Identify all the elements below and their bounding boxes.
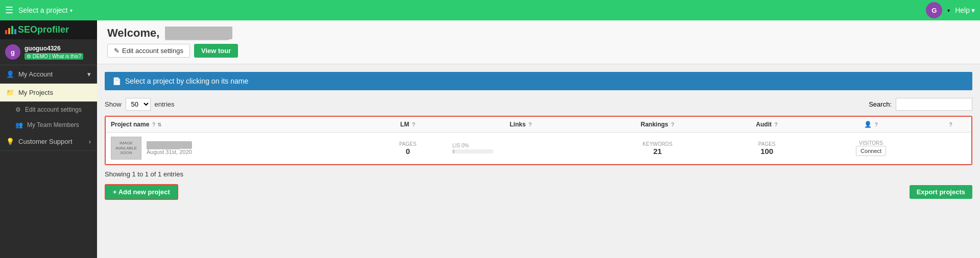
project-name-header: Project name <box>111 121 149 128</box>
sidebar-item-team-members[interactable]: 👥 My Team Members <box>0 117 97 133</box>
add-new-project-button[interactable]: + Add new project <box>105 184 178 200</box>
project-name-date: ███████ August 31st, 2020 <box>147 141 192 155</box>
user-chevron-icon[interactable]: ▾ <box>947 8 950 13</box>
th-misc[interactable]: ? <box>929 117 971 133</box>
td-visitors: VISITORS Connect <box>813 133 929 164</box>
rankings-help-icon[interactable]: ? <box>671 121 675 127</box>
bottom-actions: + Add new project Export projects <box>105 184 972 200</box>
project-name-help-icon[interactable]: ? <box>152 121 156 127</box>
edit-icon: ✎ <box>114 47 119 55</box>
project-date: August 31st, 2020 <box>147 149 192 155</box>
brand-bar-2 <box>8 28 10 34</box>
sidebar-item-my-account[interactable]: 👤 My Account ▾ <box>0 65 97 84</box>
search-label: Search: <box>869 100 892 108</box>
td-links: LIS 0% <box>447 133 594 164</box>
th-visitors[interactable]: 👤 ? <box>813 117 929 133</box>
table-header-row: Project name ? ⇅ LM ? Links ? <box>106 117 971 133</box>
top-nav: ☰ Select a project ▾ G ▾ Help ▾ <box>0 0 980 20</box>
content-header: Welcome, ████████! ✎ Edit account settin… <box>97 20 980 64</box>
links-header: Links <box>510 121 525 128</box>
th-rankings[interactable]: Rankings ? <box>594 117 721 133</box>
username-blurred: ████████! <box>165 27 232 39</box>
visitors-label: VISITORS <box>818 140 924 146</box>
help-chevron-icon: ▾ <box>971 6 975 14</box>
brand-profiler: profiler <box>37 24 69 35</box>
support-icon: 💡 <box>6 138 14 145</box>
welcome-title: Welcome, ████████! <box>107 27 970 40</box>
project-name-value[interactable]: ███████ <box>147 141 192 149</box>
brand-seo: SEO <box>18 24 37 35</box>
lis-bar-fill <box>452 149 455 153</box>
brand-bar-4 <box>14 29 16 34</box>
view-tour-button[interactable]: View tour <box>194 44 238 58</box>
user-avatar-top[interactable]: G <box>926 2 942 18</box>
th-lm[interactable]: LM ? <box>368 117 447 133</box>
project-select-dropdown[interactable]: Select a project ▾ <box>18 6 73 14</box>
table-controls: Show 50 25 10 entries Search: <box>105 98 972 111</box>
sidebar: SEOprofiler g guoguo4326 ⚙ DEMO | What i… <box>0 20 97 258</box>
help-label: Help <box>955 6 970 14</box>
sort-icon[interactable]: ⇅ <box>157 122 161 127</box>
brand-bar-1 <box>5 30 7 34</box>
lm-header: LM <box>400 121 409 128</box>
top-nav-left: ☰ Select a project ▾ <box>5 5 73 16</box>
sidebar-item-support-left: 💡 Customer Support <box>6 138 73 145</box>
demo-badge[interactable]: ⚙ DEMO | What is this? <box>25 53 83 60</box>
brand-text: SEOprofiler <box>18 24 69 35</box>
sidebar-brand: SEOprofiler <box>0 20 97 39</box>
lm-pages-value: 0 <box>373 147 442 156</box>
edit-settings-label: Edit account settings <box>122 47 183 55</box>
th-project-name[interactable]: Project name ? ⇅ <box>106 117 368 133</box>
lis-bar-bg <box>452 149 493 153</box>
main-layout: SEOprofiler g guoguo4326 ⚙ DEMO | What i… <box>0 20 980 258</box>
help-button[interactable]: Help ▾ <box>955 6 975 14</box>
projects-icon: 📁 <box>6 89 14 96</box>
info-banner-text: Select a project by clicking on its name <box>125 77 248 85</box>
sidebar-item-my-projects[interactable]: 📁 My Projects <box>0 84 97 102</box>
links-help-icon[interactable]: ? <box>529 121 532 127</box>
visitors-help-icon[interactable]: ? <box>874 121 878 127</box>
user-section: g guoguo4326 ⚙ DEMO | What is this? <box>0 39 97 65</box>
table-row: IMAGE AVAILABLE SOON ███████ August 31st… <box>106 133 971 164</box>
td-audit: PAGES 100 <box>721 133 813 164</box>
td-project-name: IMAGE AVAILABLE SOON ███████ August 31st… <box>106 133 368 164</box>
lm-pages-label: PAGES <box>373 141 442 147</box>
rankings-value: 21 <box>600 147 716 156</box>
sidebar-item-customer-support[interactable]: 💡 Customer Support › <box>0 133 97 151</box>
sidebar-account-settings-label: Edit account settings <box>25 106 82 113</box>
td-rankings: KEYWORDS 21 <box>594 133 721 164</box>
brand-bars <box>5 26 16 34</box>
header-actions: ✎ Edit account settings View tour <box>107 44 970 58</box>
td-misc <box>929 133 971 164</box>
hamburger-icon[interactable]: ☰ <box>5 5 13 16</box>
project-info: IMAGE AVAILABLE SOON ███████ August 31st… <box>111 137 363 160</box>
sidebar-username: guoguo4326 <box>25 45 92 52</box>
projects-table-wrapper: Project name ? ⇅ LM ? Links ? <box>105 116 972 165</box>
thumb-text: IMAGE AVAILABLE SOON <box>111 141 141 156</box>
sidebar-item-my-account-label: My Account <box>18 70 53 78</box>
account-icon: 👤 <box>6 70 14 78</box>
export-projects-button[interactable]: Export projects <box>910 185 972 199</box>
th-links[interactable]: Links ? <box>447 117 594 133</box>
entries-select[interactable]: 50 25 10 <box>126 98 151 111</box>
content-area: Welcome, ████████! ✎ Edit account settin… <box>97 20 980 258</box>
show-label: Show <box>105 100 122 108</box>
sidebar-item-support-label: Customer Support <box>18 138 73 145</box>
connect-button[interactable]: Connect <box>856 146 886 156</box>
edit-settings-button[interactable]: ✎ Edit account settings <box>107 44 190 58</box>
th-audit[interactable]: Audit ? <box>721 117 813 133</box>
entries-label: entries <box>155 100 175 108</box>
info-file-icon: 📄 <box>112 77 121 85</box>
sidebar-team-members-label: My Team Members <box>27 121 79 128</box>
rankings-kw-label: KEYWORDS <box>600 141 716 147</box>
audit-header: Audit <box>756 121 772 128</box>
search-input[interactable] <box>896 98 972 111</box>
td-lm: PAGES 0 <box>368 133 447 164</box>
sidebar-item-account-settings[interactable]: ⚙ Edit account settings <box>0 102 97 117</box>
lm-help-icon[interactable]: ? <box>412 121 416 127</box>
sidebar-user-avatar: g <box>5 44 20 60</box>
support-chevron-icon: › <box>89 138 91 145</box>
misc-help-icon[interactable]: ? <box>949 121 952 127</box>
sidebar-item-my-account-left: 👤 My Account <box>6 70 53 78</box>
audit-help-icon[interactable]: ? <box>774 121 778 127</box>
